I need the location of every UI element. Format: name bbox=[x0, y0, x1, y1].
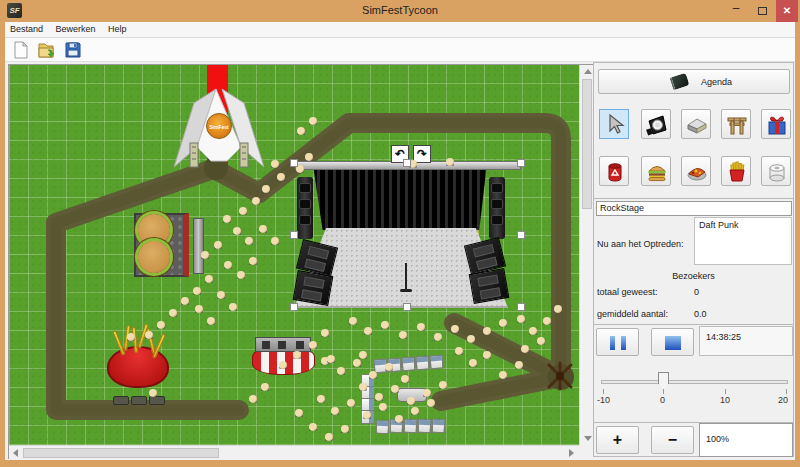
zoom-out-button[interactable]: − bbox=[651, 426, 694, 454]
toilet-paper-icon bbox=[765, 160, 789, 184]
visitor bbox=[293, 351, 301, 359]
tool-fries-button[interactable] bbox=[721, 156, 751, 186]
visitor bbox=[295, 409, 303, 417]
map-horizontal-scrollbar[interactable] bbox=[9, 445, 579, 459]
visitor bbox=[529, 327, 537, 335]
visitor bbox=[515, 361, 523, 369]
scroll-up-icon[interactable] bbox=[584, 69, 592, 74]
menu-bewerken[interactable]: Bewerken bbox=[51, 22, 101, 34]
map-vertical-scrollbar[interactable] bbox=[579, 65, 593, 445]
selection-handle[interactable] bbox=[290, 231, 298, 239]
map-frame: ↶ ↷ bbox=[8, 64, 593, 459]
bench[interactable] bbox=[193, 218, 204, 274]
selection-handle[interactable] bbox=[517, 303, 525, 311]
speed-slider-track[interactable] bbox=[601, 380, 788, 384]
burger-icon bbox=[645, 160, 669, 184]
slider-tick-20: 20 bbox=[778, 395, 788, 405]
new-file-icon bbox=[11, 40, 31, 60]
bench[interactable] bbox=[113, 396, 129, 405]
window-title: SimFestTycoon bbox=[0, 4, 800, 16]
scroll-right-icon[interactable] bbox=[569, 449, 574, 457]
visitor bbox=[195, 305, 203, 313]
now-performing-list[interactable]: Daft Punk bbox=[694, 217, 792, 265]
zoom-in-button[interactable]: + bbox=[596, 426, 639, 454]
bench[interactable] bbox=[131, 396, 147, 405]
cursor-icon bbox=[603, 113, 627, 137]
menu-help[interactable]: Help bbox=[103, 22, 132, 34]
tool-toilet-paper-button[interactable] bbox=[761, 156, 791, 186]
visitor bbox=[181, 297, 189, 305]
selection-handle[interactable] bbox=[403, 303, 411, 311]
tool-spotlight-button[interactable] bbox=[641, 109, 671, 139]
stop-button[interactable] bbox=[651, 328, 694, 356]
visitor bbox=[237, 271, 245, 279]
visitor bbox=[224, 261, 232, 269]
pause-button[interactable] bbox=[596, 328, 639, 356]
tool-burger-button[interactable] bbox=[641, 156, 671, 186]
scroll-down-icon[interactable] bbox=[584, 436, 592, 441]
tool-gate-button[interactable] bbox=[721, 109, 751, 139]
now-performing-label: Nu aan het Optreden: bbox=[597, 239, 684, 249]
visitor bbox=[245, 237, 253, 245]
visitor bbox=[349, 317, 357, 325]
visitor bbox=[537, 337, 545, 345]
close-button[interactable]: ✕ bbox=[776, 0, 798, 22]
app-window: SF SimFestTycoon – ✕ Bestand Bewerken He… bbox=[0, 0, 800, 467]
vertical-scroll-thumb[interactable] bbox=[582, 79, 592, 209]
maximize-button[interactable] bbox=[750, 0, 774, 22]
stop-icon bbox=[665, 336, 681, 350]
visitor bbox=[259, 225, 267, 233]
visitor bbox=[223, 215, 231, 223]
menu-bestand[interactable]: Bestand bbox=[5, 22, 48, 34]
selection-handle[interactable] bbox=[517, 231, 525, 239]
zoom-section: + − 100% bbox=[593, 422, 794, 457]
tool-stage-button[interactable] bbox=[681, 109, 711, 139]
minimize-button[interactable]: – bbox=[724, 0, 748, 22]
festival-map[interactable]: ↶ ↷ bbox=[9, 65, 579, 445]
visitor bbox=[249, 395, 257, 403]
tool-trash-button[interactable] bbox=[599, 156, 629, 186]
selection-handle[interactable] bbox=[290, 159, 298, 167]
stage-icon bbox=[685, 113, 709, 137]
visitor bbox=[207, 317, 215, 325]
mic-stand bbox=[405, 263, 407, 291]
agenda-button[interactable]: Agenda bbox=[598, 69, 790, 94]
visitor bbox=[353, 359, 361, 367]
slider-tick-10: 10 bbox=[720, 395, 730, 405]
tool-select-button[interactable] bbox=[599, 109, 629, 139]
save-file-button[interactable] bbox=[63, 40, 85, 60]
stage-name-input[interactable]: RockStage bbox=[596, 201, 792, 216]
visitor bbox=[217, 291, 225, 299]
bench[interactable] bbox=[149, 396, 165, 405]
portable-toilet bbox=[430, 355, 444, 370]
zoom-level-field[interactable]: 100% bbox=[699, 423, 793, 457]
visitor bbox=[157, 321, 165, 329]
visitor bbox=[359, 383, 367, 391]
visitor bbox=[277, 173, 285, 181]
side-panel: Agenda bbox=[593, 62, 794, 457]
selection-handle[interactable] bbox=[290, 303, 298, 311]
visitor bbox=[325, 433, 333, 441]
tool-gift-button[interactable] bbox=[761, 109, 791, 139]
new-file-button[interactable] bbox=[11, 40, 33, 60]
speed-slider-thumb[interactable] bbox=[658, 372, 669, 390]
visitor bbox=[483, 327, 491, 335]
visitor bbox=[327, 355, 335, 363]
visitor bbox=[423, 389, 431, 397]
selection-handle[interactable] bbox=[403, 159, 411, 167]
agenda-book-icon bbox=[669, 73, 689, 91]
scroll-left-icon[interactable] bbox=[13, 449, 18, 457]
visitor bbox=[364, 327, 372, 335]
visitor bbox=[239, 207, 247, 215]
open-file-button[interactable] bbox=[37, 40, 59, 60]
pause-icon bbox=[621, 336, 626, 350]
stage-light-rig-left bbox=[297, 177, 313, 239]
titlebar[interactable]: SF SimFestTycoon – ✕ bbox=[0, 0, 800, 22]
menubar: Bestand Bewerken Help bbox=[5, 22, 795, 38]
tool-pizza-button[interactable] bbox=[681, 156, 711, 186]
selection-handle[interactable] bbox=[517, 159, 525, 167]
visitor bbox=[469, 359, 477, 367]
horizontal-scroll-thumb[interactable] bbox=[23, 448, 219, 458]
visitor bbox=[391, 385, 399, 393]
speaker bbox=[293, 270, 334, 306]
